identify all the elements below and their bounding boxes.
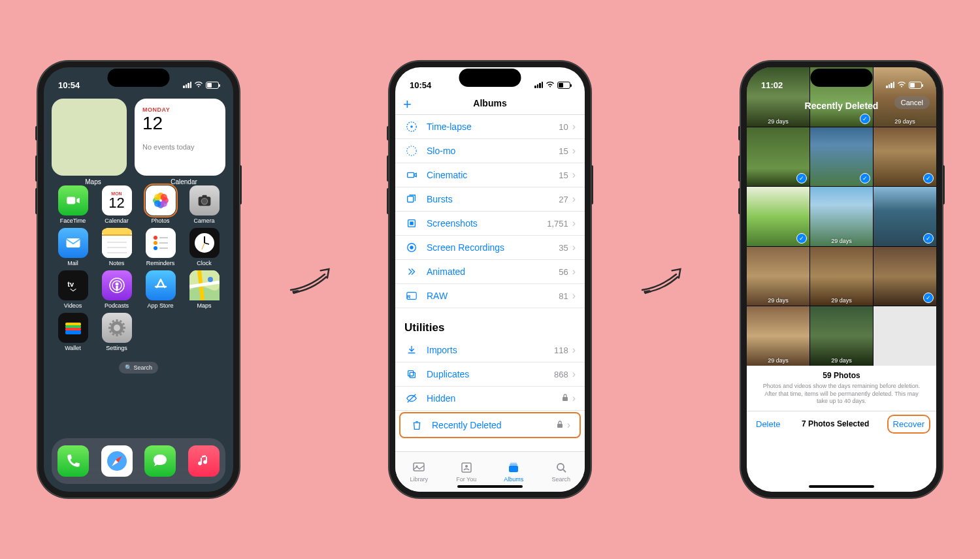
- mail-icon: [58, 228, 88, 258]
- row-count: 1,751: [547, 219, 568, 229]
- lock-icon: [562, 394, 568, 404]
- album-row-slo-mo[interactable]: Slo-mo15›: [395, 139, 585, 163]
- deleted-photo-thumb[interactable]: ✓: [810, 127, 873, 187]
- chevron-right-icon: ›: [572, 242, 576, 253]
- calendar-widget-date: 12: [142, 113, 218, 134]
- tab-icon: [412, 462, 425, 475]
- dock-app-safari[interactable]: [101, 445, 133, 477]
- dock: [52, 438, 225, 484]
- album-row-time-lapse[interactable]: Time-lapse10›: [395, 115, 585, 139]
- app-settings[interactable]: Settings: [99, 313, 134, 351]
- timelapse-icon: [404, 121, 419, 133]
- app-reminders[interactable]: Reminders: [143, 228, 178, 266]
- album-row-raw[interactable]: RRAW81›: [395, 284, 585, 308]
- dock-app-music[interactable]: [188, 445, 220, 477]
- clock-icon: [189, 228, 220, 258]
- svg-line-51: [120, 321, 122, 323]
- album-row-cinematic[interactable]: Cinematic15›: [395, 163, 585, 187]
- svg-rect-15: [102, 234, 132, 236]
- dynamic-island: [811, 69, 873, 87]
- album-row-screenshots[interactable]: Screenshots1,751›: [395, 212, 585, 236]
- deleted-photo-thumb[interactable]: ✓: [874, 187, 936, 246]
- album-row-animated[interactable]: Animated56›: [395, 260, 585, 284]
- spotlight-search-button[interactable]: 🔍 Search: [119, 362, 158, 374]
- app-podcasts[interactable]: Podcasts: [99, 270, 134, 309]
- app-appstore[interactable]: App Store: [143, 270, 178, 309]
- flow-arrow-icon: [640, 260, 692, 299]
- chevron-right-icon: ›: [567, 419, 570, 431]
- album-row-imports[interactable]: Imports118›: [395, 338, 585, 362]
- row-label: RAW: [427, 291, 559, 301]
- delete-button[interactable]: Delete: [756, 419, 781, 429]
- chevron-right-icon: ›: [572, 193, 576, 205]
- svg-line-45: [112, 334, 114, 336]
- maps-icon: [189, 270, 220, 300]
- iphone-home-screen: 10:54 MONDAY 12 No events today Maps: [37, 61, 240, 498]
- deleted-photo-thumb[interactable]: 29 days: [747, 306, 809, 366]
- facetime-icon: [58, 185, 88, 216]
- deleted-photo-thumb[interactable]: 29 days: [810, 306, 873, 366]
- cancel-button[interactable]: Cancel: [894, 96, 930, 109]
- add-album-button[interactable]: +: [403, 96, 412, 113]
- app-label: App Store: [147, 302, 173, 309]
- podcasts-icon: [102, 270, 132, 300]
- dock-app-phone[interactable]: [57, 445, 89, 477]
- deleted-photo-thumb[interactable]: ✓: [874, 247, 936, 306]
- deleted-photo-thumb[interactable]: 29 days: [747, 247, 809, 306]
- app-calendar[interactable]: MON12Calendar: [99, 185, 134, 224]
- deleted-photo-thumb[interactable]: [874, 306, 936, 366]
- battery-icon: [557, 82, 570, 89]
- album-row-duplicates[interactable]: Duplicates868›: [395, 362, 585, 387]
- app-mail[interactable]: Mail: [56, 228, 90, 266]
- deleted-photo-thumb[interactable]: 29 days: [810, 247, 873, 306]
- svg-rect-12: [66, 238, 80, 248]
- svg-line-49: [112, 321, 114, 323]
- row-count: 15: [559, 170, 568, 180]
- deleted-photo-thumb[interactable]: ✓: [747, 127, 809, 187]
- tab-library[interactable]: Library: [395, 452, 443, 492]
- app-wallet[interactable]: Wallet: [56, 313, 90, 351]
- dynamic-island: [459, 69, 521, 87]
- dock-app-messages[interactable]: [144, 445, 176, 477]
- svg-rect-67: [410, 372, 415, 377]
- tab-label: Search: [551, 476, 570, 483]
- svg-point-8: [154, 200, 161, 207]
- album-row-bursts[interactable]: Bursts27›: [395, 187, 585, 212]
- deleted-photo-thumb[interactable]: ✓: [874, 127, 936, 187]
- app-label: Camera: [193, 217, 214, 224]
- calendar-widget-events: No events today: [142, 143, 218, 151]
- recover-button[interactable]: Recover: [890, 418, 927, 430]
- tab-label: For You: [456, 476, 476, 483]
- app-notes[interactable]: Notes: [99, 228, 134, 266]
- recently-deleted-title: Recently Deleted: [805, 101, 879, 111]
- svg-point-34: [208, 277, 213, 282]
- app-camera[interactable]: Camera: [187, 185, 221, 224]
- app-videos[interactable]: tvVideos: [56, 270, 90, 309]
- svg-point-7: [160, 200, 167, 207]
- album-row-screen-recordings[interactable]: Screen Recordings35›: [395, 236, 585, 260]
- home-indicator[interactable]: [809, 485, 874, 488]
- tab-search[interactable]: Search: [538, 452, 585, 492]
- wallet-icon: [58, 313, 88, 343]
- svg-rect-0: [67, 197, 75, 204]
- svg-point-57: [407, 146, 416, 155]
- svg-line-48: [109, 324, 111, 325]
- chevron-right-icon: ›: [572, 121, 576, 133]
- days-remaining-label: 29 days: [831, 357, 852, 366]
- home-indicator[interactable]: [457, 485, 523, 488]
- svg-line-52: [122, 324, 124, 325]
- app-maps[interactable]: Maps: [187, 270, 221, 309]
- app-clock[interactable]: Clock: [187, 228, 221, 266]
- wifi-icon: [194, 81, 203, 89]
- row-label: Duplicates: [427, 369, 554, 379]
- svg-point-5: [154, 194, 161, 200]
- album-row-hidden[interactable]: Hidden›: [395, 387, 585, 411]
- app-photos[interactable]: Photos: [143, 185, 178, 224]
- deleted-photo-thumb[interactable]: ✓: [747, 187, 809, 246]
- app-facetime[interactable]: FaceTime: [56, 185, 90, 224]
- calendar-widget[interactable]: MONDAY 12 No events today: [135, 99, 225, 176]
- svg-line-79: [563, 470, 566, 472]
- maps-widget[interactable]: [52, 99, 127, 176]
- album-row-recently-deleted[interactable]: Recently Deleted›: [399, 412, 581, 438]
- deleted-photo-thumb[interactable]: 29 days: [810, 187, 873, 246]
